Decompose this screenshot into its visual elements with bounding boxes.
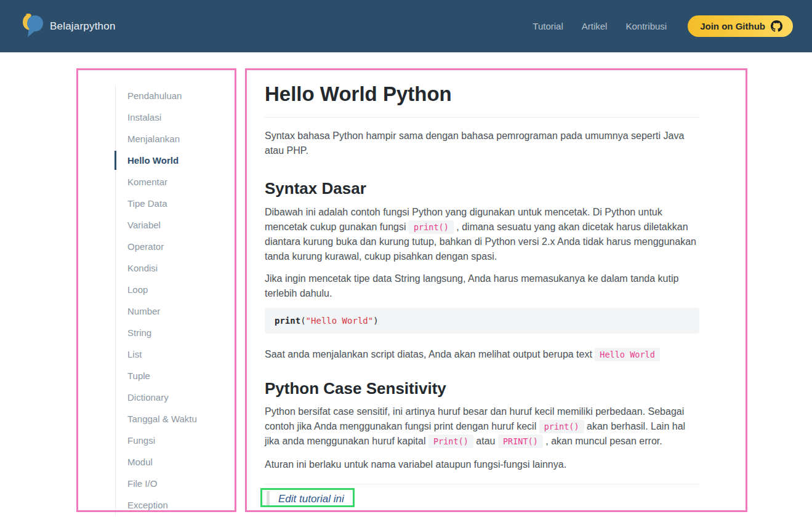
syntax-paragraph-3: Saat anda menjalankan script diatas, And… xyxy=(265,347,699,362)
sidebar-item-string[interactable]: String xyxy=(116,322,236,343)
edit-tutorial-link[interactable]: Edit tutorial ini xyxy=(278,493,344,505)
article-footer: Edit tutorial ini xyxy=(265,484,699,508)
syntax-paragraph-2: Jika ingin mencetak tipe data String lan… xyxy=(265,271,699,301)
section-heading-syntax-dasar: Syntax Dasar xyxy=(265,179,699,198)
sidebar-item-tipe-data[interactable]: Tipe Data xyxy=(116,193,236,214)
sidebar-item-tuple[interactable]: Tuple xyxy=(116,365,236,387)
github-icon xyxy=(771,20,782,32)
code-token-kw: print xyxy=(275,316,300,326)
sidebar-item-hello-world[interactable]: Hello World xyxy=(116,150,236,171)
article-content: Hello World Python Syntax bahasa Python … xyxy=(265,82,699,472)
nav-link-artikel[interactable]: Artikel xyxy=(582,21,608,31)
join-github-label: Join on Github xyxy=(700,21,765,31)
sidebar-item-menjalankan[interactable]: Menjalankan xyxy=(116,128,236,150)
sidebar-item-exception[interactable]: Exception xyxy=(116,494,236,516)
code-token-str: "Hello World" xyxy=(306,316,374,326)
top-navbar: Belajarpython TutorialArtikelKontribusi … xyxy=(0,0,812,52)
inline-code: PRINT() xyxy=(498,435,543,448)
sidebar-item-file-i-o[interactable]: File I/O xyxy=(116,473,236,494)
sidebar-item-modul[interactable]: Modul xyxy=(116,451,236,473)
inline-code: print() xyxy=(539,420,584,433)
case-paragraph-1: Python bersifat case sensitif, ini artin… xyxy=(265,404,699,449)
edit-row: Edit tutorial ini xyxy=(265,490,699,508)
sidebar-item-instalasi[interactable]: Instalasi xyxy=(116,106,236,128)
nav-link-tutorial[interactable]: Tutorial xyxy=(533,21,563,31)
sidebar-item-tanggal-waktu[interactable]: Tanggal & Waktu xyxy=(116,408,236,430)
brand-logo[interactable]: Belajarpython xyxy=(22,12,116,41)
join-github-button[interactable]: Join on Github xyxy=(688,15,793,37)
nav-link-kontribusi[interactable]: Kontribusi xyxy=(625,21,667,31)
sidebar-item-kondisi[interactable]: Kondisi xyxy=(116,257,236,279)
sidebar-item-komentar[interactable]: Komentar xyxy=(116,171,236,193)
code-token-punct: ) xyxy=(373,316,378,326)
inline-code: Print() xyxy=(428,435,473,448)
section-heading-case-sensitivity: Python Case Sensitivity xyxy=(265,379,699,398)
inline-code: print() xyxy=(409,220,454,234)
case-paragraph-2: Aturan ini berlaku untuk nama variabel a… xyxy=(265,457,699,472)
tutorial-sidebar: PendahuluanInstalasiMenjalankanHello Wor… xyxy=(115,85,236,516)
sidebar-item-variabel[interactable]: Variabel xyxy=(116,214,236,236)
sidebar-item-loop[interactable]: Loop xyxy=(116,279,236,300)
sidebar-item-fungsi[interactable]: Fungsi xyxy=(116,430,236,451)
code-token-punct: ( xyxy=(300,316,305,326)
page-title: Hello World Python xyxy=(265,82,699,118)
belajarpython-logo-icon xyxy=(22,12,44,41)
sidebar-item-list[interactable]: List xyxy=(116,343,236,365)
brand-name: Belajarpython xyxy=(50,20,116,33)
sidebar-item-dictionary[interactable]: Dictionary xyxy=(116,387,236,408)
inline-code: Hello World xyxy=(595,348,659,361)
footer-divider xyxy=(265,484,699,484)
sidebar-item-pendahuluan[interactable]: Pendahuluan xyxy=(116,85,236,106)
sidebar-item-number[interactable]: Number xyxy=(116,300,236,322)
code-block: print("Hello World") xyxy=(265,308,699,334)
sidebar-item-operator[interactable]: Operator xyxy=(116,236,236,257)
syntax-paragraph-1: Dibawah ini adalah contoh fungsi Python … xyxy=(265,205,699,264)
edit-icon-placeholder xyxy=(267,491,270,507)
intro-paragraph: Syntax bahasa Python hampir sama dengan … xyxy=(265,129,699,158)
header-nav: TutorialArtikelKontribusi xyxy=(533,21,667,31)
